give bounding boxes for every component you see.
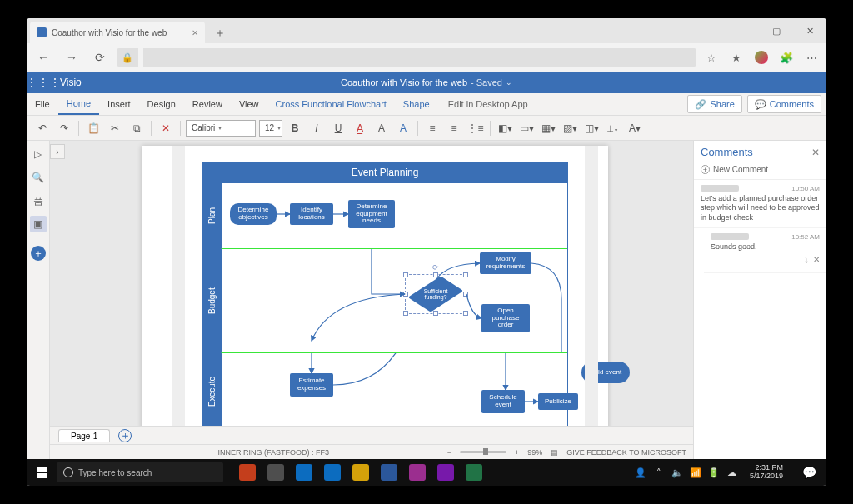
edit-in-desktop-button[interactable]: Edit in Desktop App <box>438 93 538 115</box>
page-tab[interactable]: Page-1 <box>58 429 110 442</box>
document-title[interactable]: Coauthor with Visio for the web <box>341 77 467 87</box>
send-backward-button[interactable]: ▨▾ <box>561 119 579 137</box>
highlight-button[interactable]: A <box>372 119 391 137</box>
tray-people-icon[interactable]: 👤 <box>635 467 646 478</box>
window-close-button[interactable]: ✕ <box>793 18 826 43</box>
tab-insert[interactable]: Insert <box>99 93 139 115</box>
taskbar-pinned-app[interactable] <box>460 459 488 486</box>
zoom-slider[interactable] <box>460 451 506 453</box>
font-size-select[interactable]: 12▾ <box>259 120 282 137</box>
address-input[interactable] <box>143 48 696 67</box>
shape-open-purchase-order[interactable]: Openpurchaseorder <box>481 304 530 332</box>
taskbar-clock[interactable]: 2:31 PM 5/17/2019 <box>745 464 788 481</box>
new-tab-button[interactable]: ＋ <box>210 23 230 43</box>
tab-file[interactable]: File <box>27 93 58 115</box>
font-color-button[interactable]: A̲ <box>351 119 369 137</box>
add-stencil-button[interactable]: ＋ <box>31 246 46 261</box>
reading-view-icon[interactable]: ☆ <box>701 47 721 67</box>
font-family-select[interactable]: Calibri▾ <box>186 120 256 137</box>
add-page-button[interactable]: ＋ <box>118 429 132 442</box>
bring-forward-button[interactable]: ▦▾ <box>539 119 557 137</box>
lane-header-execute[interactable]: Execute <box>202 353 221 426</box>
browser-tab[interactable]: Coauthor with Visio for the web ✕ <box>30 22 205 43</box>
comment-reply[interactable]: 10:52 AM Sounds good. ⤵ ✕ <box>704 228 826 273</box>
connector-button[interactable]: ⟂▾ <box>604 119 622 137</box>
align-left-button[interactable]: ≡ <box>423 119 441 137</box>
start-button[interactable] <box>27 459 57 486</box>
bullets-button[interactable]: ⋮≡ <box>466 119 485 137</box>
delete-comment-icon[interactable]: ✕ <box>813 255 820 264</box>
underline-button[interactable]: U <box>329 119 347 137</box>
favorites-icon[interactable]: ★ <box>726 47 746 67</box>
undo-button[interactable]: ↶ <box>33 119 52 137</box>
shape-modify-requirements[interactable]: Modifyrequirements <box>480 252 531 274</box>
swimlane-title[interactable]: Event Planning <box>202 162 568 182</box>
comment-item[interactable]: 10:50 AM Let's add a planned purchase or… <box>694 180 826 228</box>
paste-button[interactable]: 📋 <box>84 119 102 137</box>
taskbar-pinned-app[interactable] <box>347 459 375 486</box>
tray-onedrive-icon[interactable]: ☁ <box>726 467 738 478</box>
taskbar-pinned-app[interactable] <box>290 459 318 486</box>
resolve-comment-icon[interactable]: ⤵ <box>804 255 808 264</box>
taskbar-pinned-app[interactable] <box>375 459 403 486</box>
arrange-button[interactable]: ◫▾ <box>582 119 601 137</box>
taskbar-pinned-app[interactable] <box>318 459 347 486</box>
shape-identify-locations[interactable]: Identifylocations <box>290 203 333 225</box>
close-comments-icon[interactable]: ✕ <box>811 147 820 158</box>
shape-publicize[interactable]: Publicize <box>538 393 578 410</box>
tab-design[interactable]: Design <box>139 93 184 115</box>
shape-sufficient-funding[interactable]: Sufficientfunding? <box>415 279 456 309</box>
shape-fill-button[interactable]: ◧▾ <box>496 119 514 137</box>
shape-outline-button[interactable]: ▭▾ <box>517 119 536 137</box>
tab-cross-functional[interactable]: Cross Functional Flowchart <box>267 93 395 115</box>
redo-button[interactable]: ↷ <box>55 119 73 137</box>
site-lock-icon[interactable]: 🔒 <box>117 48 138 67</box>
more-icon[interactable]: ⋯ <box>801 47 821 67</box>
delete-button[interactable]: ✕ <box>157 119 175 137</box>
title-dropdown-icon[interactable]: ⌄ <box>506 78 512 87</box>
stencil-icon[interactable]: ▣ <box>30 216 47 232</box>
search-icon[interactable]: 🔍 <box>30 169 47 186</box>
lane-header-budget[interactable]: Budget <box>202 248 221 353</box>
zoom-out-button[interactable]: − <box>447 448 451 457</box>
text-tool-button[interactable]: A▾ <box>626 119 644 137</box>
tray-up-icon[interactable]: ˄ <box>653 467 665 478</box>
taskbar-pinned-app[interactable] <box>262 459 290 486</box>
nav-forward-button[interactable]: → <box>60 46 83 69</box>
taskbar-pinned-app[interactable] <box>403 459 431 486</box>
profile-icon[interactable] <box>751 47 771 67</box>
bold-button[interactable]: B <box>286 119 304 137</box>
taskbar-pinned-app[interactable] <box>431 459 460 486</box>
tray-network-icon[interactable]: 📶 <box>690 467 701 478</box>
window-maximize-button[interactable]: ▢ <box>760 18 793 43</box>
align-center-button[interactable]: ≡ <box>445 119 463 137</box>
share-button[interactable]: 🔗 Share <box>687 95 741 113</box>
shape-determine-objectives[interactable]: Determineobjectives <box>230 203 277 225</box>
shape-estimate-expenses[interactable]: Estimateexpenses <box>290 373 333 397</box>
copy-button[interactable]: ⧉ <box>127 119 146 137</box>
tab-review[interactable]: Review <box>184 93 231 115</box>
zoom-fit-icon[interactable]: ▤ <box>551 448 558 457</box>
extension-icon[interactable]: 🧩 <box>776 47 796 67</box>
italic-button[interactable]: I <box>307 119 326 137</box>
shape-schedule-event[interactable]: Scheduleevent <box>481 390 525 413</box>
shape-determine-equipment[interactable]: Determineequipmentneeds <box>348 200 395 228</box>
collapse-panel-button[interactable]: › <box>50 144 65 159</box>
font-effect-button[interactable]: A <box>394 119 412 137</box>
shapes-panel-icon[interactable]: 품 <box>30 192 47 209</box>
tray-volume-icon[interactable]: 🔈 <box>671 467 683 478</box>
cut-button[interactable]: ✂ <box>106 119 124 137</box>
feedback-link[interactable]: GIVE FEEDBACK TO MICROSOFT <box>566 448 686 457</box>
tab-home[interactable]: Home <box>58 93 99 115</box>
taskbar-pinned-app[interactable] <box>233 459 262 486</box>
zoom-in-button[interactable]: + <box>515 448 519 457</box>
drawing-canvas[interactable]: › Event Planning Plan Determineobjective… <box>50 141 693 426</box>
app-launcher-button[interactable]: ⋮⋮⋮ <box>27 72 60 93</box>
close-tab-icon[interactable]: ✕ <box>192 28 198 37</box>
shape-hold-event[interactable]: Hold event <box>581 362 630 383</box>
window-minimize-button[interactable]: — <box>726 18 760 43</box>
tab-shape[interactable]: Shape <box>395 93 438 115</box>
tab-view[interactable]: View <box>231 93 267 115</box>
action-center-button[interactable]: 💬 <box>795 459 823 486</box>
lane-header-plan[interactable]: Plan <box>202 183 221 248</box>
